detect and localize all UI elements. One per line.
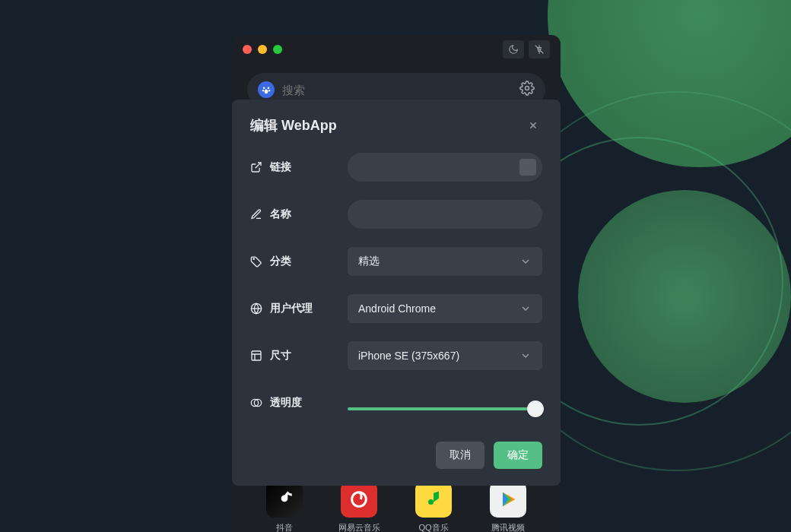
- svg-point-4: [265, 89, 268, 93]
- svg-point-5: [526, 87, 529, 90]
- form-label-text: 名称: [270, 207, 291, 221]
- slider-thumb[interactable]: [527, 401, 544, 417]
- svg-point-1: [268, 87, 270, 89]
- douyin-icon: [266, 481, 303, 518]
- field-name: 名称: [250, 200, 542, 229]
- baidu-logo-icon[interactable]: [258, 81, 275, 98]
- size-select[interactable]: iPhone SE (375x667): [348, 341, 542, 370]
- window-maximize-button[interactable]: [273, 45, 282, 54]
- chevron-down-icon: [519, 302, 532, 315]
- pin-button[interactable]: [529, 40, 550, 59]
- tag-icon: [250, 255, 262, 268]
- external-link-icon: [250, 161, 262, 173]
- dialog-title: 编辑 WebApp: [250, 116, 337, 135]
- qqmusic-icon: [415, 481, 452, 518]
- form-label-text: 分类: [270, 255, 291, 268]
- svg-point-0: [263, 87, 265, 89]
- field-user-agent: 用户代理 Android Chrome: [250, 294, 542, 323]
- gear-icon: [519, 81, 535, 96]
- close-icon: [528, 120, 538, 131]
- app-item-tencent[interactable]: 腾讯视频: [473, 481, 543, 532]
- app-item-qqmusic[interactable]: QQ音乐: [399, 481, 469, 532]
- svg-point-6: [352, 492, 367, 507]
- form-label-text: 链接: [270, 160, 291, 174]
- svg-rect-9: [252, 351, 261, 360]
- paw-icon: [261, 84, 272, 95]
- svg-point-2: [262, 90, 264, 91]
- field-size: 尺寸 iPhone SE (375x667): [250, 341, 542, 370]
- traffic-lights: [243, 45, 282, 54]
- search-input[interactable]: [282, 84, 512, 97]
- dialog-close-button[interactable]: [524, 116, 542, 135]
- edit-webapp-dialog: 编辑 WebApp 链接 名称 分类 精选: [232, 100, 561, 486]
- edit-icon: [250, 208, 262, 220]
- select-value: iPhone SE (375x667): [358, 350, 459, 362]
- moon-icon: [508, 44, 519, 55]
- svg-point-3: [268, 90, 270, 91]
- select-value: Android Chrome: [358, 302, 436, 315]
- link-favicon-button[interactable]: [519, 159, 536, 176]
- app-item-douyin[interactable]: 抖音: [249, 481, 319, 532]
- netease-icon: [341, 481, 377, 518]
- globe-icon: [250, 302, 262, 315]
- field-link: 链接: [250, 153, 542, 182]
- link-input[interactable]: [348, 153, 542, 182]
- window-close-button[interactable]: [243, 45, 252, 54]
- chevron-down-icon: [519, 255, 532, 268]
- settings-button[interactable]: [519, 81, 535, 99]
- user-agent-select[interactable]: Android Chrome: [348, 294, 542, 323]
- app-label: 抖音: [249, 522, 319, 532]
- app-item-netease[interactable]: 网易云音乐: [324, 481, 394, 532]
- app-grid: 抖音 网易云音乐 QQ音乐 腾讯视频: [232, 481, 561, 532]
- dark-mode-button[interactable]: [503, 40, 524, 59]
- cancel-button[interactable]: 取消: [436, 442, 484, 469]
- app-label: 腾讯视频: [473, 522, 543, 532]
- chevron-down-icon: [519, 350, 532, 362]
- confirm-button[interactable]: 确定: [494, 442, 542, 469]
- form-label-text: 用户代理: [270, 302, 313, 315]
- pin-icon: [534, 44, 545, 55]
- size-icon: [250, 350, 262, 362]
- field-opacity: 透明度: [250, 388, 542, 417]
- select-value: 精选: [358, 255, 380, 268]
- category-select[interactable]: 精选: [348, 247, 542, 276]
- app-label: 网易云音乐: [324, 522, 394, 532]
- opacity-slider[interactable]: [348, 407, 542, 410]
- name-input[interactable]: [348, 200, 542, 229]
- form-label-text: 尺寸: [270, 349, 291, 363]
- opacity-icon: [250, 397, 262, 409]
- app-label: QQ音乐: [399, 522, 469, 532]
- tencent-video-icon: [490, 481, 526, 518]
- titlebar: [232, 35, 561, 64]
- window-minimize-button[interactable]: [258, 45, 267, 54]
- svg-point-7: [253, 258, 254, 259]
- form-label-text: 透明度: [270, 396, 302, 410]
- field-category: 分类 精选: [250, 247, 542, 276]
